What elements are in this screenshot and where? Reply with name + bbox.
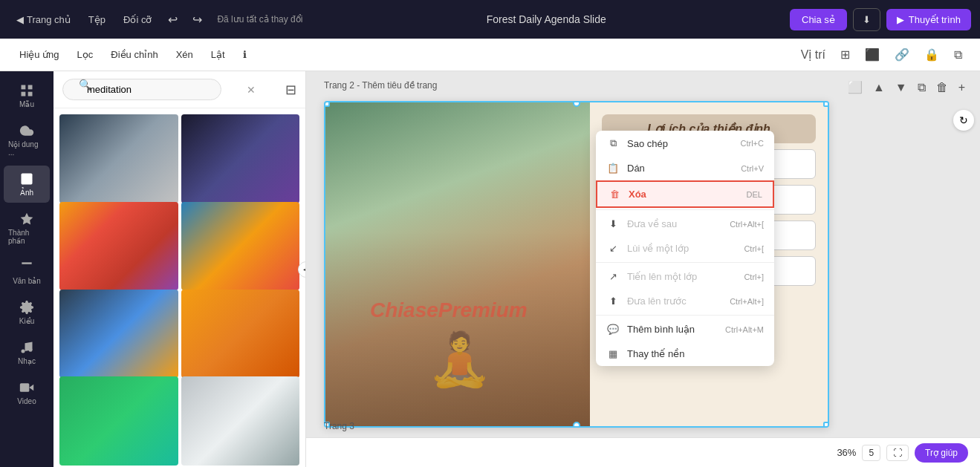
menu-item-prev-layer: ↙ Lùi về một lớp Ctrl+[	[596, 236, 774, 261]
duplicate-button[interactable]: ⧉	[948, 44, 968, 66]
replace-bg-icon: ▦	[606, 348, 620, 359]
menu-label-bring-front: Đưa lên trước	[627, 295, 687, 307]
arrange-button[interactable]: ⊞	[834, 43, 856, 66]
undo-button[interactable]: ↩	[162, 9, 184, 30]
handle-bc[interactable]	[573, 422, 580, 428]
image-thumb-7[interactable]	[59, 376, 178, 466]
download-button[interactable]: ⬇	[853, 8, 880, 31]
image-thumb-8[interactable]	[181, 376, 300, 466]
present-button[interactable]: ▶ Thuyết trình	[886, 9, 971, 30]
canvas-area: Trang 2 - Thêm tiêu đề trang ⬜ ▲ ▼ ⧉ 🗑 +…	[306, 71, 980, 467]
refresh-icon: ↻	[959, 114, 968, 126]
position-button[interactable]: Vị trí	[795, 43, 831, 66]
svg-rect-1	[28, 85, 33, 90]
sidebar-item-kieu[interactable]: Kiểu	[4, 294, 50, 331]
slide-down-button[interactable]: ▼	[892, 78, 910, 97]
menu-separator-3	[596, 315, 774, 316]
back-home-button[interactable]: ◀ Trang chủ	[9, 10, 78, 29]
menu-label-comment: Thêm bình luận	[627, 324, 695, 335]
menu-item-copy[interactable]: ⧉ Sao chép Ctrl+C	[596, 131, 774, 156]
shortcut-delete: DEL	[747, 190, 762, 199]
sidebar-item-noidung[interactable]: Nội dung ...	[4, 117, 50, 163]
menu-label-paste: Dán	[627, 163, 645, 174]
yoga-figure: 🧘	[429, 315, 489, 404]
adjust-button[interactable]: Điều chỉnh	[103, 45, 165, 65]
sidebar-label-nhac: Nhạc	[18, 357, 36, 365]
shortcut-bring-front: Ctrl+Alt+]	[730, 297, 764, 306]
effects-button[interactable]: Hiệu ứng	[12, 45, 67, 65]
handle-tr[interactable]	[823, 101, 829, 107]
slide-copy-button[interactable]: ⧉	[915, 78, 929, 97]
image-thumb-6[interactable]	[181, 290, 300, 379]
sidebar-item-thanhphan[interactable]: Thành phần	[4, 206, 50, 251]
topbar-left: ◀ Trang chủ Tệp Đối cỡ ↩ ↪ Đã lưu tất cả…	[9, 9, 302, 30]
redo-button[interactable]: ↪	[186, 9, 208, 30]
sidebar-label-vanban: Văn bản	[13, 277, 41, 285]
menu-label-next-layer: Tiến lên một lớp	[627, 271, 697, 282]
image-thumb-4[interactable]	[181, 202, 300, 291]
menu-item-replace-bg[interactable]: ▦ Thay thế nền	[596, 342, 774, 366]
sidebar-label-video: Video	[17, 397, 36, 405]
sidebar-item-video[interactable]: Video	[4, 374, 50, 411]
svg-point-11	[29, 348, 33, 352]
image-thumb-1[interactable]	[59, 114, 178, 203]
sidebar-item-mau[interactable]: Mẫu	[4, 77, 50, 114]
images-grid	[53, 108, 305, 467]
music-icon	[19, 340, 34, 355]
document-title: Forest Daily Agenda Slide	[487, 13, 606, 25]
menu-item-delete[interactable]: 🗑 Xóa DEL	[596, 180, 774, 208]
info-button[interactable]: ℹ	[236, 45, 254, 65]
toolbar2-right: Vị trí ⊞ ⬛ 🔗 🔒 ⧉	[795, 43, 968, 66]
main-area: Mẫu Nội dung ... Ảnh Thành phần Văn bản …	[0, 71, 980, 467]
bottom-bar: 36% 5 ⛶ Trợ giúp	[306, 437, 980, 467]
sidebar-label-noidung: Nội dung ...	[8, 140, 45, 157]
present-icon: ▶	[897, 14, 904, 25]
lock-button[interactable]: 🔒	[918, 43, 945, 66]
sidebar-label-thanhphan: Thành phần	[8, 229, 45, 245]
context-menu: ⧉ Sao chép Ctrl+C 📋 Dán Ctrl+V 🗑 Xóa DEL…	[596, 131, 774, 366]
shortcut-send-back: Ctrl+Alt+[	[730, 220, 764, 229]
svg-marker-6	[21, 213, 33, 225]
svg-point-5	[24, 176, 25, 178]
handle-br[interactable]	[823, 422, 829, 428]
file-button[interactable]: Tệp	[81, 10, 113, 29]
help-button[interactable]: Trợ giúp	[915, 443, 968, 463]
filter-button[interactable]: Lọc	[70, 45, 101, 65]
fullscreen-button[interactable]: ⛶	[886, 445, 909, 461]
copy-icon: ⧉	[606, 137, 620, 149]
image-thumb-5[interactable]	[59, 290, 178, 379]
menu-item-comment[interactable]: 💬 Thêm bình luận Ctrl+Alt+M	[596, 317, 774, 342]
slide-up-button[interactable]: ▲	[870, 78, 888, 97]
prev-layer-icon: ↙	[606, 243, 620, 254]
image-icon	[19, 172, 34, 186]
sidebar-item-nhac[interactable]: Nhạc	[4, 334, 50, 371]
page-label: 5	[869, 448, 874, 458]
share-button[interactable]: Chia sẻ	[790, 9, 847, 30]
sidebar-item-vanban[interactable]: Văn bản	[4, 254, 50, 291]
image-thumb-2[interactable]	[181, 114, 300, 203]
slide-delete-button[interactable]: 🗑	[933, 78, 951, 97]
crop-button[interactable]: Xén	[169, 45, 201, 65]
link-button[interactable]: 🔗	[889, 43, 915, 66]
cloud-icon	[19, 123, 34, 138]
image-thumb-3[interactable]	[59, 202, 178, 291]
menu-item-paste[interactable]: 📋 Dán Ctrl+V	[596, 156, 774, 180]
page-number-button[interactable]: 5	[862, 445, 880, 461]
zoom-level: 36%	[837, 447, 856, 458]
clear-search-icon[interactable]: ✕	[247, 84, 256, 96]
slide-frame-button[interactable]: ⬜	[845, 77, 866, 97]
refresh-button[interactable]: ↻	[953, 110, 974, 131]
menu-item-next-layer: ↗ Tiến lên một lớp Ctrl+]	[596, 264, 774, 289]
slide-add-button[interactable]: +	[955, 78, 968, 97]
mosaic-button[interactable]: ⬛	[859, 43, 886, 66]
font-size-button[interactable]: Đối cỡ	[116, 10, 159, 29]
handle-tl[interactable]	[324, 101, 330, 107]
filter-button[interactable]: ⊟	[285, 82, 296, 98]
flip-button[interactable]: Lật	[204, 45, 233, 65]
sidebar-item-anh[interactable]: Ảnh	[4, 166, 50, 203]
slide-image-left: 🧘	[325, 102, 593, 426]
watermark: ChiasePremium	[370, 298, 528, 322]
shortcut-prev-layer: Ctrl+[	[744, 244, 764, 253]
style-icon	[19, 300, 34, 315]
topbar-center: Forest Daily Agenda Slide	[308, 13, 784, 25]
